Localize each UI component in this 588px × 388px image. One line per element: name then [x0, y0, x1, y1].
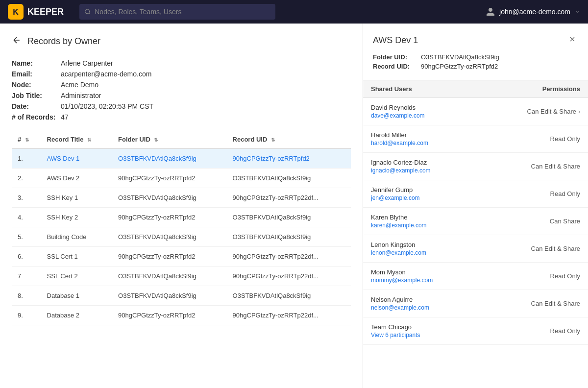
row-num: 2. [12, 169, 41, 188]
table-row[interactable]: 6.SSL Cert 190hgCPGtzzTy-ozRRTpfd290hgCP… [12, 247, 351, 267]
shared-users-container: Shared Users Permissions David Reynoldsd… [363, 80, 588, 388]
row-num: 8. [12, 286, 41, 306]
row-record-uid: 90hgCPGtzzTy-ozRRTpfd2 [227, 148, 351, 169]
row-record-uid: 90hgCPGtzzTy-ozRRTp22df... [227, 247, 351, 267]
right-panel: AWS Dev 1 Folder UID: O3STBFKVDAtlQa8ckS… [363, 24, 588, 388]
shared-user-permission: Can Edit & Share [482, 290, 588, 317]
shared-user-row[interactable]: David Reynoldsdave@example.comCan Edit &… [363, 98, 588, 125]
shared-user-row[interactable]: Lenon Kingstonlenon@example.comCan Edit … [363, 235, 588, 263]
page-header: Records by Owner [12, 35, 351, 48]
shared-user-name: David Reynolds [371, 104, 474, 111]
shared-user-info: Team ChicagoView 6 participants [363, 317, 482, 345]
svg-point-2 [85, 9, 90, 14]
shared-user-row[interactable]: Jennifer Gumpjen@example.comRead Only [363, 180, 588, 208]
shared-user-info: Karen Blythekaren@example.com [363, 208, 482, 235]
shared-user-email: harold@example.com [371, 140, 474, 146]
row-title: Building Code [41, 227, 113, 247]
search-input[interactable] [95, 4, 270, 20]
shared-users-body: David Reynoldsdave@example.comCan Edit &… [363, 98, 588, 345]
jobtitle-label: Job Title: [12, 92, 61, 99]
folder-uid-value: O3STBFKVDAtlQa8ckSf9ig [421, 53, 499, 61]
row-title[interactable]: AWS Dev 1 [41, 148, 113, 169]
folder-uid-row: Folder UID: O3STBFKVDAtlQa8ckSf9ig [373, 53, 578, 61]
row-title: SSH Key 2 [41, 208, 113, 227]
shared-user-permission: Read Only [482, 180, 588, 208]
row-folder-uid: O3STBFKVDAtlQa8ckSf9ig [112, 286, 226, 306]
table-row[interactable]: 3.SSH Key 1O3STBFKVDAtlQa8ckSf9ig90hgCPG… [12, 188, 351, 208]
records-label: # of Records: [12, 113, 61, 121]
shared-user-name: Lenon Kingston [371, 241, 474, 248]
shared-user-email: karen@example.com [371, 222, 474, 229]
row-record-uid: 90hgCPGtzzTy-ozRRTp22df... [227, 306, 351, 325]
shared-user-permission: Can Share [482, 208, 588, 235]
shared-user-permission: Read Only [482, 317, 588, 345]
row-record-uid: O3STBFKVDAtlQa8ckSf9ig [227, 227, 351, 247]
row-title: SSH Key 1 [41, 188, 113, 208]
shared-user-email: ignacio@example.com [371, 167, 474, 174]
permission-label: Can Edit & Share [527, 108, 576, 115]
row-folder-uid: O3STBFKVDAtlQa8ckSf9ig [112, 227, 226, 247]
row-folder-uid: O3STBFKVDAtlQa8ckSf9ig [112, 188, 226, 208]
keeper-logo-icon: K [8, 4, 24, 20]
shared-users-col-header: Shared Users [363, 80, 482, 98]
meta-jobtitle-row: Job Title: Administrator [12, 92, 351, 99]
shared-user-info: Harold Millerharold@example.com [363, 125, 482, 153]
shared-user-row[interactable]: Ignacio Cortez-Diazignacio@example.comCa… [363, 153, 588, 180]
shared-user-email: mommy@example.com [371, 277, 474, 284]
records-value: 47 [61, 113, 69, 121]
shared-user-info: Lenon Kingstonlenon@example.com [363, 235, 482, 263]
row-title: SSL Cert 1 [41, 247, 113, 267]
table-row[interactable]: 9.Database 290hgCPGtzzTy-ozRRTpfd290hgCP… [12, 306, 351, 325]
table-row[interactable]: 8.Database 1O3STBFKVDAtlQa8ckSf9igO3STBF… [12, 286, 351, 306]
col-header-record-uid[interactable]: Record UID ⇅ [227, 131, 351, 148]
close-button[interactable] [566, 33, 578, 48]
shared-user-row[interactable]: Team ChicagoView 6 participantsRead Only [363, 317, 588, 345]
sort-icon-title: ⇅ [87, 137, 91, 143]
meta-date-row: Date: 01/10/2023, 02:20:53 PM CST [12, 102, 351, 110]
sort-icon-num: ⇅ [25, 137, 29, 143]
account-icon [486, 7, 495, 17]
shared-user-name: Team Chicago [371, 323, 474, 331]
shared-user-row[interactable]: Nelson Aguirrenelson@example.comCan Edit… [363, 290, 588, 317]
table-row[interactable]: 2.AWS Dev 290hgCPGtzzTy-ozRRTpfd2O3STBFK… [12, 169, 351, 188]
row-num: 9. [12, 306, 41, 325]
back-button[interactable] [12, 35, 22, 48]
row-record-uid: O3STBFKVDAtlQa8ckSf9ig [227, 286, 351, 306]
detail-title: AWS Dev 1 [373, 35, 418, 46]
row-record-uid: O3STBFKVDAtlQa8ckSf9ig [227, 169, 351, 188]
col-header-title[interactable]: Record Title ⇅ [41, 131, 113, 148]
shared-user-info: Mom Mysonmommy@example.com [363, 263, 482, 290]
detail-panel-header: AWS Dev 1 Folder UID: O3STBFKVDAtlQa8ckS… [363, 24, 588, 80]
name-label: Name: [12, 59, 61, 67]
back-arrow-icon [12, 35, 22, 45]
table-row[interactable]: 1.AWS Dev 1O3STBFKVDAtlQa8ckSf9ig90hgCPG… [12, 148, 351, 169]
record-uid-value: 90hgCPGtzzTy-ozRRTpfd2 [421, 63, 498, 70]
detail-title-row: AWS Dev 1 [373, 33, 578, 48]
shared-user-row[interactable]: Harold Millerharold@example.comRead Only [363, 125, 588, 153]
table-row[interactable]: 4.SSH Key 290hgCPGtzzTy-ozRRTpfd2O3STBFK… [12, 208, 351, 227]
col-header-num[interactable]: # ⇅ [12, 131, 41, 148]
view-participants[interactable]: View 6 participants [371, 332, 474, 339]
row-num: 5. [12, 227, 41, 247]
permission-with-arrow[interactable]: Can Edit & Share› [490, 108, 580, 115]
row-title: Database 1 [41, 286, 113, 306]
table-row[interactable]: 5.Building CodeO3STBFKVDAtlQa8ckSf9igO3S… [12, 227, 351, 247]
row-num: 6. [12, 247, 41, 267]
row-num: 1. [12, 148, 41, 169]
shared-user-row[interactable]: Mom Mysonmommy@example.comRead Only [363, 263, 588, 290]
sort-icon-record: ⇅ [271, 137, 275, 143]
col-header-folder-uid[interactable]: Folder UID ⇅ [112, 131, 226, 148]
sort-icon-folder: ⇅ [154, 137, 158, 143]
search-icon [84, 8, 91, 15]
folder-uid-label: Folder UID: [373, 53, 417, 61]
meta-node-row: Node: Acme Demo [12, 81, 351, 89]
table-row[interactable]: 7SSL Cert 2O3STBFKVDAtlQa8ckSf9ig90hgCPG… [12, 267, 351, 286]
row-folder-uid: 90hgCPGtzzTy-ozRRTpfd2 [112, 169, 226, 188]
owner-meta: Name: Arlene Carpenter Email: acarpenter… [12, 59, 351, 121]
logo: K KEEPER [8, 4, 64, 20]
search-bar[interactable] [79, 4, 275, 20]
user-menu[interactable]: john@acme-demo.com [486, 7, 580, 17]
shared-user-info: Ignacio Cortez-Diazignacio@example.com [363, 153, 482, 180]
shared-user-row[interactable]: Karen Blythekaren@example.comCan Share [363, 208, 588, 235]
row-title: Database 2 [41, 306, 113, 325]
